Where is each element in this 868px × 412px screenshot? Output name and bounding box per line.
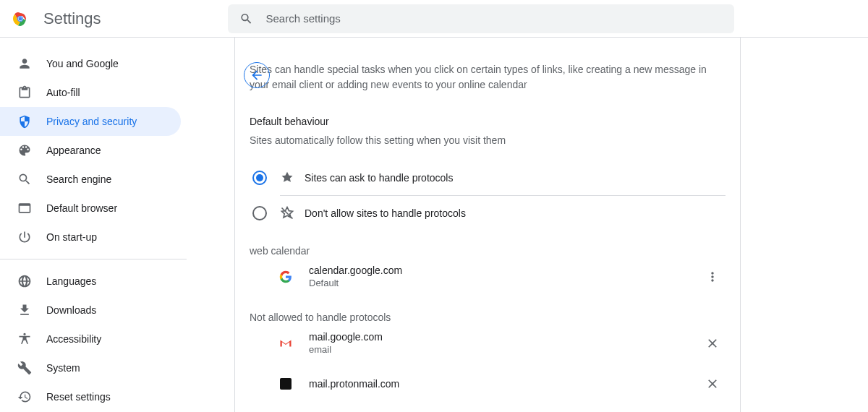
more-vert-icon xyxy=(705,270,720,284)
sidebar-item-downloads[interactable]: Downloads xyxy=(0,296,181,325)
browser-icon xyxy=(17,201,32,215)
site-domain: mail.google.com xyxy=(309,330,383,343)
sidebar-item-label: Default browser xyxy=(46,202,117,214)
gmail-favicon-icon xyxy=(278,336,293,351)
sidebar-item-search-engine[interactable]: Search engine xyxy=(0,165,181,194)
sidebar-item-autofill[interactable]: Auto-fill xyxy=(0,78,181,107)
search-settings-field[interactable] xyxy=(228,4,734,33)
sidebar-item-you-and-google[interactable]: You and Google xyxy=(0,49,181,78)
clipboard-icon xyxy=(17,85,32,100)
group-web-calendar-label: web calendar xyxy=(250,245,726,257)
sidebar-item-label: Accessibility xyxy=(46,333,101,345)
download-icon xyxy=(17,303,32,317)
shield-icon xyxy=(17,114,32,129)
sidebar-item-languages[interactable]: Languages xyxy=(0,267,181,296)
sidebar-item-label: On start-up xyxy=(46,231,97,243)
sidebar-item-accessibility[interactable]: Accessibility xyxy=(0,325,181,353)
sidebar-item-on-startup[interactable]: On start-up xyxy=(0,223,181,252)
wrench-icon xyxy=(17,361,32,375)
radio-dont-allow[interactable]: Don't allow sites to handle protocols xyxy=(252,196,726,231)
site-domain: mail.protonmail.com xyxy=(309,377,399,390)
sidebar-divider xyxy=(0,259,187,259)
sidebar-item-label: Search engine xyxy=(46,173,111,185)
accessibility-icon xyxy=(17,332,32,346)
sidebar-item-default-browser[interactable]: Default browser xyxy=(0,194,181,223)
sidebar-item-label: Auto-fill xyxy=(46,87,80,98)
sidebar-item-label: Appearance xyxy=(46,145,101,156)
sidebar-item-system[interactable]: System xyxy=(0,353,181,382)
page-title: Settings xyxy=(43,9,101,28)
search-input[interactable] xyxy=(264,12,722,25)
chrome-logo-icon xyxy=(12,10,29,27)
remove-button[interactable] xyxy=(699,330,726,356)
site-row-protonmail[interactable]: mail.protonmail.com xyxy=(250,364,726,404)
globe-icon xyxy=(17,274,32,288)
palette-icon xyxy=(17,143,32,158)
protonmail-favicon-icon xyxy=(278,377,293,391)
back-button[interactable] xyxy=(244,62,270,88)
close-icon xyxy=(705,336,720,351)
search-icon xyxy=(239,12,253,26)
radio-sites-can-ask[interactable]: Sites can ask to handle protocols xyxy=(252,160,726,195)
sidebar-item-appearance[interactable]: Appearance xyxy=(0,136,181,165)
search-icon xyxy=(17,172,32,186)
sidebar-item-reset[interactable]: Reset settings xyxy=(0,382,181,411)
site-row-gmail[interactable]: mail.google.com email xyxy=(250,323,726,364)
sidebar-item-label: Privacy and security xyxy=(46,116,137,127)
site-domain: calendar.google.com xyxy=(309,264,402,277)
svg-point-3 xyxy=(19,17,22,20)
restore-icon xyxy=(17,390,32,404)
protocol-allow-icon xyxy=(280,171,294,185)
site-sub: email xyxy=(309,344,383,356)
sidebar-item-label: Downloads xyxy=(46,304,96,316)
radio-label: Don't allow sites to handle protocols xyxy=(305,207,466,219)
settings-card: Sites can handle special tasks when you … xyxy=(234,38,741,412)
radio-button-icon xyxy=(252,171,267,185)
site-row-calendar[interactable]: calendar.google.com Default xyxy=(250,257,726,297)
more-actions-button[interactable] xyxy=(699,264,726,290)
default-behaviour-title: Default behaviour xyxy=(250,116,726,127)
default-behaviour-subtitle: Sites automatically follow this setting … xyxy=(250,134,726,146)
google-favicon-icon xyxy=(278,270,293,284)
arrow-back-icon xyxy=(250,68,264,82)
close-icon xyxy=(705,377,720,391)
radio-label: Sites can ask to handle protocols xyxy=(305,172,453,184)
description-text: Sites can handle special tasks when you … xyxy=(250,62,726,93)
radio-button-icon xyxy=(252,206,267,220)
protocol-block-icon xyxy=(280,206,294,220)
svg-rect-4 xyxy=(280,378,292,390)
sidebar-item-label: Languages xyxy=(46,275,96,287)
sidebar-item-label: You and Google xyxy=(46,58,119,69)
power-icon xyxy=(17,230,32,244)
sidebar: You and Google Auto-fill Privacy and sec… xyxy=(0,38,187,412)
person-icon xyxy=(17,56,32,71)
group-not-allowed-label: Not allowed to handle protocols xyxy=(250,312,726,323)
sidebar-item-privacy[interactable]: Privacy and security xyxy=(0,107,181,136)
sidebar-item-label: Reset settings xyxy=(46,391,111,403)
remove-button[interactable] xyxy=(699,371,726,397)
site-sub: Default xyxy=(309,278,402,290)
sidebar-item-label: System xyxy=(46,362,80,374)
